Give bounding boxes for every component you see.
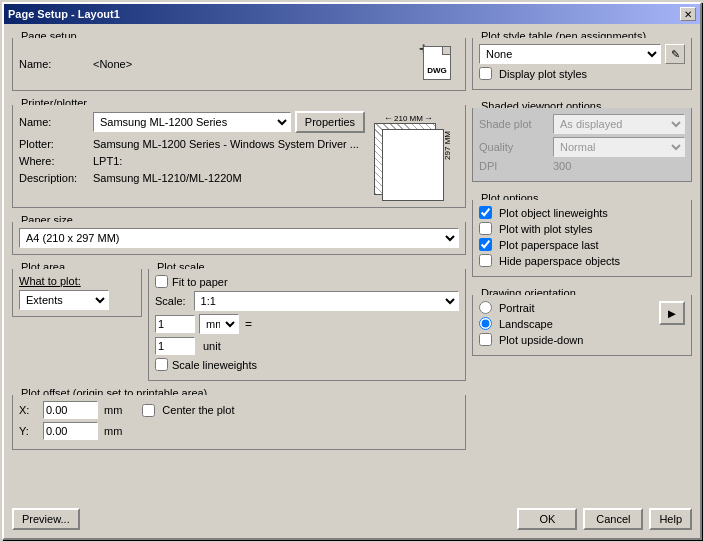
what-to-plot-label: What to plot: [19,275,81,287]
equal-sign: = [245,317,252,331]
description-row: Description: Samsung ML-1210/ML-1220M [19,172,365,184]
landscape-row: Landscape [479,317,651,330]
offset-y-label: Y: [19,425,39,437]
properties-button[interactable]: Properties [295,111,365,133]
where-label: Where: [19,155,89,167]
plot-style-select-row: None ✎ [479,44,685,64]
ok-button[interactable]: OK [517,508,577,530]
scale-unit-row: unit [155,337,459,355]
plot-style-edit-btn[interactable]: ✎ [665,44,685,64]
portrait-radio[interactable] [479,301,492,314]
printer-name-row: Name: Samsung ML-1200 Series Properties [19,111,365,133]
left-panel: Page setup Name: <None> + [12,30,466,500]
plotter-label: Plotter: [19,138,89,150]
fit-to-paper-row: Fit to paper [155,275,459,288]
mm-unit-select[interactable]: mm [199,314,239,334]
what-to-plot-select[interactable]: Extents [19,290,109,310]
upside-down-label: Plot upside-down [499,334,583,346]
doc-shape: DWG [423,46,451,80]
printer-name-label: Name: [19,116,89,128]
plot-area-wrapper: Plot area What to plot: Extents [12,269,142,381]
display-styles-label: Display plot styles [499,68,587,80]
printer-group: Name: Samsung ML-1200 Series Properties … [12,105,466,208]
dpi-value: 300 [553,160,571,172]
plotter-row: Plotter: Samsung ML-1200 Series - Window… [19,138,365,150]
plot-options-wrapper: Plot options Plot object lineweights Plo… [472,200,692,277]
dpi-row: DPI 300 [479,160,685,172]
landscape-label: Landscape [499,318,553,330]
scale-mm-input[interactable] [155,315,195,333]
paper-width-label: 210 MM [394,114,423,123]
plot-option4-checkbox[interactable] [479,254,492,267]
plot-option2-label: Plot with plot styles [499,223,593,235]
plot-option1-checkbox[interactable] [479,206,492,219]
offset-y-input[interactable] [43,422,98,440]
doc-text: DWG [427,66,447,75]
preview-button[interactable]: Preview... [12,508,80,530]
drawing-orientation-group: Portrait Landscape Plot upside-down [472,295,692,356]
scale-lineweights-row: Scale lineweights [155,358,459,371]
offset-x-input[interactable] [43,401,98,419]
scale-label: Scale: [155,295,186,307]
scale-lineweights-checkbox[interactable] [155,358,168,371]
window-content: Page setup Name: <None> + [4,24,700,538]
plot-option2-row: Plot with plot styles [479,222,685,235]
display-styles-row: Display plot styles [479,67,685,80]
orientation-icon-btn[interactable]: ► [659,301,685,325]
quality-label: Quality [479,141,549,153]
plot-option1-row: Plot object lineweights [479,206,685,219]
plot-options-group: Plot object lineweights Plot with plot s… [472,200,692,277]
offset-x-label: X: [19,404,39,416]
center-plot-checkbox[interactable] [142,404,155,417]
portrait-row: Portrait [479,301,651,314]
right-panel: Plot style table (pen assignments) None … [472,30,692,500]
page-setup-name-row: Name: <None> + [19,44,459,84]
bottom-right-buttons: OK Cancel Help [517,508,692,530]
description-label: Description: [19,172,89,184]
where-value: LPT1: [93,155,122,167]
where-row: Where: LPT1: [19,155,365,167]
scale-mm-row: mm = [155,314,459,334]
fit-to-paper-checkbox[interactable] [155,275,168,288]
offset-x-row: X: mm Center the plot [19,401,459,419]
title-bar: Page Setup - Layout1 ✕ [4,4,700,24]
drawing-orientation-wrapper: Drawing orientation Portrait Landscape [472,295,692,356]
printer-section: Name: Samsung ML-1200 Series Properties … [19,111,459,201]
upside-down-checkbox[interactable] [479,333,492,346]
page-setup-name-label: Name: [19,58,89,70]
dpi-label: DPI [479,160,549,172]
quality-row: Quality Normal [479,137,685,157]
paper-preview: ← 210 MM → [369,111,459,201]
plot-option3-checkbox[interactable] [479,238,492,251]
plot-style-select[interactable]: None [479,44,661,64]
shaded-viewport-group: Shade plot As displayed Quality Normal [472,108,692,182]
paper-shadow [382,129,444,201]
help-button[interactable]: Help [649,508,692,530]
plot-style-group: None ✎ Display plot styles [472,38,692,90]
dwg-icon: + DWG [423,46,455,82]
display-styles-checkbox[interactable] [479,67,492,80]
landscape-radio[interactable] [479,317,492,330]
shade-plot-label: Shade plot [479,118,549,130]
main-area: Page setup Name: <None> + [12,30,692,500]
dwg-icon-container: + DWG [419,44,459,84]
main-window: Page Setup - Layout1 ✕ Page setup Name: … [2,2,702,540]
scale-unit-input[interactable] [155,337,195,355]
shade-plot-select: As displayed [553,114,685,134]
doc-fold [442,47,450,55]
paper-size-select[interactable]: A4 (210 x 297 MM) [19,228,459,248]
scale-select[interactable]: 1:1 [194,291,459,311]
width-indicator: ← 210 MM → [384,113,433,123]
plot-option2-checkbox[interactable] [479,222,492,235]
offset-y-row: Y: mm [19,422,459,440]
plot-offset-group: X: mm Center the plot Y: mm [12,395,466,450]
printer-name-select[interactable]: Samsung ML-1200 Series [93,112,291,132]
portrait-label: Portrait [499,302,534,314]
cancel-button[interactable]: Cancel [583,508,643,530]
page-setup-group: Name: <None> + [12,38,466,91]
plot-area-scale-section: Plot area What to plot: Extents Plot [12,269,466,381]
fit-to-paper-label: Fit to paper [172,276,228,288]
upside-down-row: Plot upside-down [479,333,651,346]
close-button[interactable]: ✕ [680,7,696,21]
plot-offset-wrapper: Plot offset (origin set to printable are… [12,395,466,450]
